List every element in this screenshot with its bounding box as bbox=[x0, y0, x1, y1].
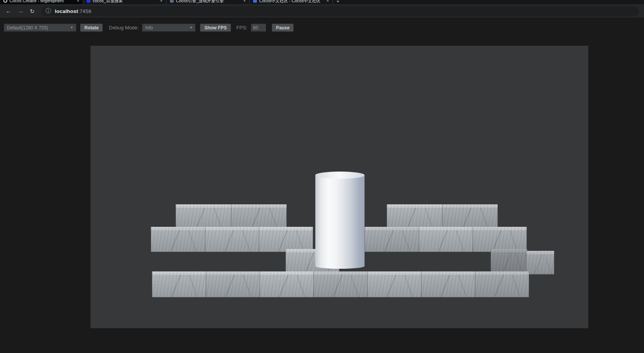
browser-address-bar: ← → ↻ ⓘ localhost:7456 bbox=[0, 4, 644, 18]
fps-input[interactable] bbox=[251, 24, 266, 32]
preview-page: Default(1280 X 720) ▼ Rotate Debug Mode:… bbox=[0, 18, 644, 353]
back-icon[interactable]: ← bbox=[5, 8, 11, 14]
cocos-favicon bbox=[3, 0, 7, 3]
info-icon[interactable]: ⓘ bbox=[46, 8, 51, 14]
url-text: localhost:7456 bbox=[55, 8, 92, 14]
wall-block bbox=[442, 204, 498, 229]
block-front-face bbox=[367, 275, 421, 297]
block-front-face bbox=[313, 275, 368, 297]
block-front-face bbox=[387, 208, 442, 229]
block-front-face bbox=[419, 230, 473, 252]
block-top-face bbox=[419, 227, 473, 230]
forum-favicon bbox=[253, 0, 257, 3]
block-front-face bbox=[491, 252, 527, 274]
wall-block bbox=[313, 271, 368, 297]
block-front-face bbox=[421, 275, 475, 297]
cylinder-top-face bbox=[315, 172, 365, 179]
wall-block bbox=[151, 227, 205, 252]
block-front-face bbox=[151, 230, 205, 252]
debug-mode-value: Info bbox=[145, 25, 153, 30]
block-front-face bbox=[152, 275, 206, 297]
show-fps-button[interactable]: Show FPS bbox=[200, 24, 231, 32]
wall-block bbox=[365, 227, 419, 252]
chevron-down-icon: ▼ bbox=[189, 26, 192, 29]
block-front-face bbox=[475, 275, 529, 297]
block-top-face bbox=[473, 227, 527, 230]
wall-block bbox=[259, 227, 313, 252]
tab-close-icon[interactable]: × bbox=[243, 0, 246, 3]
wall-block bbox=[260, 271, 314, 297]
tab-title: cocos_百度搜索 bbox=[93, 0, 158, 4]
block-top-face bbox=[231, 204, 287, 208]
pause-button[interactable]: Pause bbox=[272, 24, 294, 32]
browser-tab-cocos-engine[interactable]: Cocos引擎_游戏开发引擎 × bbox=[166, 0, 250, 4]
wall-block bbox=[491, 249, 527, 274]
block-front-face bbox=[260, 275, 314, 297]
tab-title: Cocos引擎_游戏开发引擎 bbox=[176, 0, 241, 4]
cylinder bbox=[315, 172, 365, 269]
tab-inner: cocos_百度搜索 × bbox=[83, 0, 166, 4]
block-top-face bbox=[491, 249, 527, 252]
block-top-face bbox=[387, 204, 442, 208]
block-top-face bbox=[206, 271, 260, 275]
block-front-face bbox=[365, 230, 419, 252]
block-top-face bbox=[260, 271, 314, 275]
block-top-face bbox=[526, 251, 554, 254]
wall-block bbox=[367, 271, 421, 297]
block-top-face bbox=[442, 204, 498, 208]
browser-tab-baidu-search[interactable]: cocos_百度搜索 × bbox=[83, 0, 166, 4]
tab-close-icon[interactable]: × bbox=[77, 0, 79, 3]
wall-block bbox=[526, 251, 554, 274]
tab-close-icon[interactable]: × bbox=[160, 0, 163, 3]
url-port: :7456 bbox=[78, 8, 92, 14]
block-top-face bbox=[205, 227, 259, 230]
wall-block bbox=[176, 204, 231, 229]
block-top-face bbox=[152, 271, 206, 275]
tab-inner: Cocos中文社区 - Cocos中文社区 × bbox=[250, 0, 332, 4]
wall-block bbox=[419, 227, 473, 252]
tab-inner: Cocos引擎_游戏开发引擎 × bbox=[166, 0, 249, 4]
baidu-favicon bbox=[87, 0, 90, 3]
block-top-face bbox=[176, 204, 231, 208]
url-host: localhost bbox=[55, 8, 78, 14]
browser-tab-cocos-forum[interactable]: Cocos中文社区 - Cocos中文社区 × bbox=[250, 0, 333, 4]
tab-title: Cocos Creator - fingertiphero bbox=[10, 0, 74, 3]
tab-inner: Cocos Creator - fingertiphero × bbox=[0, 0, 83, 4]
block-top-face bbox=[475, 271, 529, 275]
resolution-value: Default(1280 X 720) bbox=[7, 25, 48, 30]
scene-layer bbox=[90, 46, 588, 328]
engine-favicon bbox=[170, 0, 174, 3]
wall-block bbox=[475, 271, 529, 297]
block-front-face bbox=[231, 208, 287, 229]
tab-close-icon[interactable]: × bbox=[326, 0, 329, 3]
reload-icon[interactable]: ↻ bbox=[30, 8, 35, 14]
wall-block bbox=[421, 271, 475, 297]
fps-label: FPS: bbox=[236, 25, 247, 30]
cylinder-body bbox=[315, 175, 365, 269]
chevron-down-icon: ▼ bbox=[70, 26, 73, 29]
block-front-face bbox=[526, 254, 554, 274]
debug-mode-select[interactable]: Info ▼ bbox=[142, 24, 195, 32]
block-top-face bbox=[151, 227, 205, 230]
wall-block bbox=[152, 271, 206, 297]
browser-tab-cocos-creator[interactable]: Cocos Creator - fingertiphero × bbox=[0, 0, 83, 4]
block-top-face bbox=[313, 271, 368, 275]
browser-tab-strip: Cocos Creator - fingertiphero × cocos_百度… bbox=[0, 0, 644, 4]
wall-block bbox=[205, 227, 259, 252]
forward-icon[interactable]: → bbox=[18, 8, 24, 14]
wall-block bbox=[231, 204, 287, 229]
block-top-face bbox=[367, 271, 421, 275]
block-top-face bbox=[421, 271, 475, 275]
url-bar[interactable]: ⓘ localhost:7456 bbox=[41, 6, 639, 16]
resolution-select[interactable]: Default(1280 X 720) ▼ bbox=[4, 24, 76, 32]
wall-block bbox=[206, 271, 260, 297]
block-top-face bbox=[365, 227, 419, 230]
preview-toolbar: Default(1280 X 720) ▼ Rotate Debug Mode:… bbox=[0, 18, 644, 34]
debug-mode-label: Debug Mode: bbox=[109, 25, 139, 30]
new-tab-button[interactable]: + bbox=[333, 0, 343, 4]
game-canvas[interactable] bbox=[90, 46, 588, 328]
block-front-face bbox=[205, 230, 259, 252]
rotate-button[interactable]: Rotate bbox=[80, 24, 103, 32]
block-front-face bbox=[442, 208, 498, 229]
block-front-face bbox=[176, 208, 231, 229]
